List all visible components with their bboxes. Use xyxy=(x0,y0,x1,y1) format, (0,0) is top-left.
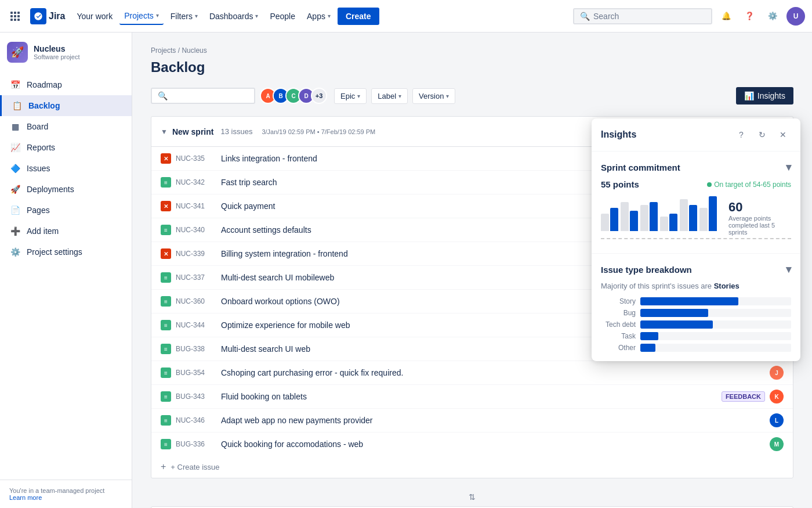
sidebar-item-roadmap[interactable]: 📅 Roadmap xyxy=(0,74,132,95)
nav-dashboards[interactable]: Dashboards ▾ xyxy=(205,8,263,24)
item-key: NUC-339 xyxy=(176,250,216,258)
breakdown-bar-bg xyxy=(640,332,791,340)
insights-button[interactable]: 📊 Insights xyxy=(736,87,793,105)
board-icon: ▦ xyxy=(9,121,21,132)
jira-logo[interactable]: Jira xyxy=(30,8,65,24)
sidebar-item-pages[interactable]: 📄 Pages xyxy=(0,200,132,221)
label-filter[interactable]: Label ▾ xyxy=(371,88,408,104)
backlog-item[interactable]: ≡ BUG-343 Fluid booking on tablets FEEDB… xyxy=(151,385,793,409)
breakdown-bar-fill xyxy=(640,297,738,305)
dashed-line xyxy=(601,238,791,239)
breakdown-row: Bug xyxy=(601,309,791,317)
sidebar-item-project-settings[interactable]: ⚙️ Project settings xyxy=(0,242,132,262)
chart-bar xyxy=(660,217,668,231)
top-nav: Jira Your work Projects ▾ Filters ▾ Dash… xyxy=(0,0,812,33)
filter-search[interactable]: 🔍 xyxy=(151,88,255,104)
item-key: NUC-337 xyxy=(176,273,216,282)
help-button[interactable]: ❓ xyxy=(740,7,759,26)
sidebar-footer: You're in a team-managed project Learn m… xyxy=(0,480,132,508)
breadcrumb-projects[interactable]: Projects xyxy=(151,46,176,55)
search-bar[interactable]: 🔍 Search xyxy=(573,8,712,24)
breakdown-bar-bg xyxy=(640,297,791,305)
item-type-icon: ≡ xyxy=(161,415,171,426)
item-key: BUG-343 xyxy=(176,392,216,401)
chart-bar xyxy=(709,196,717,231)
create-button[interactable]: Create xyxy=(338,8,379,25)
item-avatar: M xyxy=(770,437,784,451)
pages-icon: 📄 xyxy=(9,204,21,216)
insights-close-button[interactable]: ✕ xyxy=(775,127,791,143)
item-avatar: L xyxy=(770,413,784,427)
sidebar-item-add-item[interactable]: ➕ Add item xyxy=(0,221,132,242)
breakdown-item-label: Tech debt xyxy=(601,320,636,329)
sidebar-item-board[interactable]: ▦ Board xyxy=(0,116,132,137)
sprint-name: New sprint xyxy=(172,127,214,136)
settings-button[interactable]: ⚙️ xyxy=(763,7,782,26)
chart-average: 60 Average points completed last 5 sprin… xyxy=(722,200,791,236)
sidebar-item-reports[interactable]: 📈 Reports xyxy=(0,137,132,158)
breakdown-row: Other xyxy=(601,344,791,352)
sidebar-item-backlog[interactable]: 📋 Backlog xyxy=(0,95,132,116)
epic-filter[interactable]: Epic ▾ xyxy=(334,88,367,104)
sprint-dates: 3/Jan/19 02:59 PM • 7/Feb/19 02:59 PM xyxy=(262,128,375,135)
search-icon: 🔍 xyxy=(580,12,590,21)
create-issue-row[interactable]: + + Create issue xyxy=(151,456,793,478)
chart-bar xyxy=(669,214,677,231)
item-type-icon: ≡ xyxy=(161,344,171,354)
chart-bar-group xyxy=(660,214,677,231)
learn-more-link[interactable]: Learn more xyxy=(9,494,42,501)
backlog-item[interactable]: ≡ BUG-336 Quick booking for accomodation… xyxy=(151,433,793,456)
breakdown-row: Story xyxy=(601,297,791,305)
apps-grid-button[interactable] xyxy=(7,8,23,24)
insights-help-button[interactable]: ? xyxy=(733,127,749,143)
breadcrumb-project[interactable]: Nucleus xyxy=(182,46,206,55)
commitment-chevron[interactable]: ▾ xyxy=(786,161,791,174)
project-header: 🚀 Nucleus Software project xyxy=(0,33,132,72)
project-type: Software project xyxy=(34,53,125,60)
breakdown-chevron[interactable]: ▾ xyxy=(786,263,791,276)
breakdown-section: Issue type breakdown ▾ Majority of this … xyxy=(592,254,800,361)
nav-people[interactable]: People xyxy=(265,8,300,24)
nav-apps[interactable]: Apps ▾ xyxy=(302,8,335,24)
breakdown-bar-fill xyxy=(640,309,708,317)
breakdown-row: Task xyxy=(601,332,791,340)
settings-icon: ⚙️ xyxy=(9,246,21,258)
sidebar-item-issues[interactable]: 🔷 Issues xyxy=(0,158,132,179)
sprint-issue-count: 13 issues xyxy=(220,127,252,136)
notifications-button[interactable]: 🔔 xyxy=(717,7,735,26)
nav-filters[interactable]: Filters ▾ xyxy=(166,8,202,24)
avatar-count[interactable]: +3 xyxy=(311,88,327,104)
sprint-points: 55 points xyxy=(601,179,639,189)
roadmap-icon: 📅 xyxy=(9,79,21,91)
version-filter[interactable]: Version ▾ xyxy=(412,88,455,104)
chart-bar xyxy=(680,199,688,231)
nav-projects[interactable]: Projects ▾ xyxy=(119,8,164,25)
insights-panel-title: Insights xyxy=(601,129,636,140)
sprint-toggle[interactable]: ▼ xyxy=(161,128,168,136)
item-summary: Quick booking for accomodations - web xyxy=(221,439,765,449)
add-item-icon: ➕ xyxy=(9,225,21,237)
breakdown-row: Tech debt xyxy=(601,320,791,329)
item-type-icon: ≡ xyxy=(161,225,171,235)
chart-bar-group xyxy=(601,208,618,231)
item-avatar: J xyxy=(770,366,784,380)
sprint-divider[interactable]: ⇅ xyxy=(151,488,793,506)
user-avatar[interactable]: U xyxy=(786,7,805,26)
nav-your-work[interactable]: Your work xyxy=(72,8,117,24)
sidebar: 🚀 Nucleus Software project 📅 Roadmap 📋 B… xyxy=(0,33,132,508)
backlog-item[interactable]: ≡ BUG-354 Cshoping cart purchasing error… xyxy=(151,361,793,385)
insights-refresh-button[interactable]: ↻ xyxy=(754,127,770,143)
chart-bar xyxy=(610,208,618,231)
sprint-target: On target of 54-65 points xyxy=(707,181,791,189)
item-type-icon: ≡ xyxy=(161,439,171,449)
item-key: NUC-344 xyxy=(176,321,216,329)
item-key: BUG-336 xyxy=(176,440,216,448)
breakdown-bar-bg xyxy=(640,344,791,352)
search-placeholder: Search xyxy=(593,12,619,21)
item-key: BUG-338 xyxy=(176,345,216,353)
item-type-icon: ≡ xyxy=(161,177,171,188)
backlog-filters: 🔍 A B C D +3 Epic ▾ Label ▾ Version ▾ xyxy=(151,87,793,105)
backlog-item[interactable]: ≡ NUC-346 Adapt web app no new payments … xyxy=(151,409,793,433)
chart-bars xyxy=(601,196,717,231)
sidebar-item-deployments[interactable]: 🚀 Deployments xyxy=(0,179,132,200)
